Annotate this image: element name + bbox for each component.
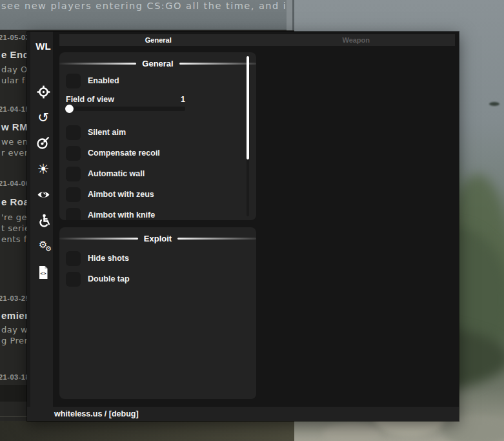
- checkbox-compensate-recoil[interactable]: [66, 146, 81, 161]
- checkbox-label: Double tap: [88, 272, 130, 287]
- groupbox-header: General: [59, 57, 256, 69]
- browser-footer-area: [0, 421, 294, 441]
- news-line: ular f: [1, 76, 25, 85]
- bird-silhouette: [489, 102, 499, 106]
- news-title[interactable]: w RMI: [1, 121, 31, 132]
- news-date: 21-03-25: [0, 294, 30, 302]
- groupbox-title: General: [142, 59, 173, 68]
- checkbox-label: Hide shots: [88, 251, 129, 266]
- cheat-menu-window: WL ↺ ☀: [27, 32, 459, 421]
- divider: [179, 63, 256, 65]
- checkbox-hide-shots[interactable]: [66, 251, 81, 266]
- divider: [59, 63, 136, 65]
- checkbox-label: Automatic wall: [88, 167, 145, 181]
- group-scrollbar-track[interactable]: [247, 56, 249, 216]
- checkbox-label: Aimbot with knife: [88, 208, 155, 220]
- news-date: 21-04-06: [0, 179, 30, 187]
- divider: [177, 238, 256, 240]
- gears-icon[interactable]: ⚙ ⚙: [30, 240, 56, 254]
- checkbox-label: Silent aim: [88, 125, 126, 140]
- menu-sidebar: WL ↺ ☀: [27, 32, 53, 421]
- news-title[interactable]: emier: [1, 310, 29, 321]
- checkbox-label: Compensate recoil: [88, 146, 160, 161]
- news-date: 21-04-15: [0, 105, 30, 113]
- sun-icon[interactable]: ☀: [30, 162, 56, 176]
- crosshair-icon[interactable]: [30, 85, 56, 99]
- checkbox-label: Aimbot with zeus: [88, 187, 154, 202]
- checkbox-aimbot-zeus[interactable]: [66, 187, 81, 202]
- fov-slider-knob[interactable]: [65, 105, 74, 113]
- groupbox-header: Exploit: [59, 232, 256, 244]
- news-line: t serie: [1, 223, 30, 233]
- group-scrollbar-thumb[interactable]: [247, 56, 249, 159]
- checkbox-double-tap[interactable]: [66, 272, 81, 287]
- undo-icon[interactable]: ↺: [30, 110, 56, 125]
- news-date: 21-03-18: [0, 373, 30, 381]
- status-text: whiteless.us / [debug]: [54, 407, 139, 421]
- tab-weapon[interactable]: Weapon: [257, 34, 456, 46]
- fov-value: 1: [66, 95, 185, 104]
- checkbox-aimbot-knife[interactable]: [66, 208, 81, 220]
- news-line: g Pren: [1, 336, 30, 345]
- groupbox-exploit: Exploit Hide shots Double tap: [59, 227, 256, 399]
- article-header: see new players entering CS:GO all the t…: [0, 0, 294, 30]
- article-teaser-text: see new players entering CS:GO all the t…: [1, 1, 294, 11]
- status-bar: whiteless.us / [debug]: [27, 407, 459, 421]
- news-title[interactable]: e Roa: [1, 196, 29, 207]
- file-code-icon[interactable]: <>: [30, 265, 56, 280]
- accessibility-icon[interactable]: [30, 213, 56, 227]
- fov-slider[interactable]: [66, 107, 185, 111]
- svg-text:<>: <>: [40, 271, 46, 276]
- checkbox-label: Enabled: [88, 74, 119, 88]
- tab-general[interactable]: General: [59, 34, 257, 46]
- target-arrow-icon[interactable]: [30, 136, 56, 150]
- news-title[interactable]: e End: [1, 49, 29, 60]
- groupbox-title: Exploit: [144, 234, 172, 243]
- news-date: 21-05-03: [0, 34, 30, 41]
- divider: [59, 238, 138, 240]
- tab-bar: General Weapon: [59, 34, 455, 46]
- groupbox-general: General Enabled Field of view 1 Silent a…: [59, 52, 256, 220]
- checkbox-automatic-wall[interactable]: [66, 167, 81, 181]
- checkbox-silent-aim[interactable]: [66, 125, 81, 140]
- eye-icon[interactable]: [30, 187, 56, 201]
- checkbox-enabled[interactable]: [66, 74, 81, 88]
- browser-scrollbar[interactable]: [287, 0, 294, 30]
- wl-logo: WL: [30, 41, 56, 52]
